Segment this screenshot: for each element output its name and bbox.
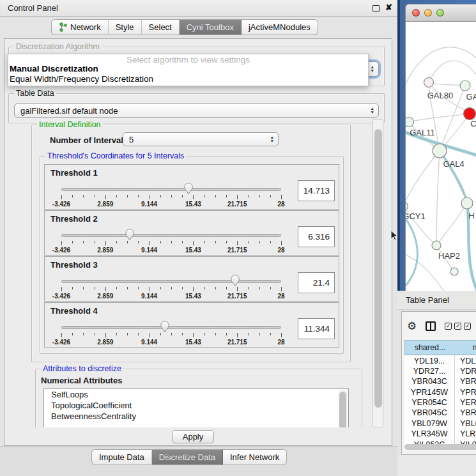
node-label: GAL11	[410, 128, 435, 137]
tick	[204, 287, 205, 289]
tick	[248, 287, 249, 289]
table-row[interactable]: YDL19...YDL1	[404, 355, 476, 365]
node-table[interactable]: shared...naYDL19...YDL1YDR27...YDR2YBR04…	[404, 340, 476, 450]
table-row[interactable]: YDR27...YDR2	[404, 365, 476, 376]
network-node-gcy1[interactable]	[406, 202, 408, 211]
tick-label: 15.43	[185, 201, 201, 208]
column-header-shared-[interactable]: shared...	[405, 341, 456, 355]
algorithm-dropdown-popup: Select algorithm to view settings Manual…	[8, 54, 369, 86]
settings-scrollbar[interactable]	[372, 119, 383, 427]
table-row[interactable]: YBL079WYBL0	[404, 418, 476, 428]
slider-track[interactable]	[61, 234, 281, 237]
tab-label: Network	[70, 22, 101, 32]
tick	[204, 195, 205, 197]
table-row[interactable]: YBR043CYBR0	[404, 376, 476, 387]
tick	[83, 333, 84, 335]
attribute-item-topologicalcoefficient[interactable]: TopologicalCoefficient	[44, 400, 348, 411]
network-node-gal4[interactable]	[433, 144, 447, 158]
tick	[259, 195, 260, 197]
tick-label: 21.715	[227, 247, 247, 254]
threshold-value-field[interactable]: 6.316	[298, 226, 335, 247]
network-node-c[interactable]	[464, 108, 476, 120]
slider-track[interactable]	[61, 280, 281, 283]
tick	[171, 195, 172, 197]
table-cell: YDL19...	[404, 355, 455, 365]
tab-discretize-data[interactable]: Discretize Data	[152, 449, 223, 465]
table-data-combobox[interactable]: galFiltered.sif default node ▲▼	[14, 104, 379, 118]
slider-handle[interactable]	[160, 320, 170, 333]
table-row[interactable]: YBR045CYBR0	[404, 408, 476, 418]
top-tab-bar: NetworkStyleSelectCyni ToolboxjActiveMNo…	[51, 19, 318, 35]
tick	[72, 241, 73, 243]
network-node-gal11[interactable]	[406, 118, 414, 127]
tick-label: 9.144	[141, 293, 157, 300]
screen: Control Panel ✘ NetworkStyleSelectCyni T…	[0, 0, 476, 476]
network-node-h[interactable]	[461, 197, 473, 209]
threshold-value-field[interactable]: 11.344	[298, 318, 335, 339]
table-row[interactable]: YLR345WYLR3	[404, 429, 476, 439]
tick	[193, 195, 194, 199]
columns-icon[interactable]	[426, 321, 436, 331]
tick-label: -3.426	[52, 247, 70, 254]
tick	[95, 287, 95, 289]
checkbox-icon[interactable]: ✓	[454, 323, 461, 330]
network-node-hap2[interactable]	[432, 241, 441, 250]
tick	[281, 195, 282, 199]
close-traffic-light[interactable]	[412, 9, 420, 17]
combo-arrows-icon: ▲▼	[270, 133, 274, 146]
tick	[237, 333, 238, 337]
table-cell: YPR1	[455, 387, 476, 397]
algorithm-option-equal-width[interactable]: Equal Width/Frequency Discretization	[10, 74, 153, 84]
tick	[116, 241, 117, 243]
network-node-ga[interactable]	[460, 81, 470, 91]
float-window-icon[interactable]	[372, 5, 380, 12]
apply-button[interactable]: Apply	[172, 430, 214, 443]
tick-label: 9.144	[141, 247, 157, 254]
network-canvas[interactable]: GAL80GACGAL11GAL4HGCY1HAP2	[406, 22, 476, 291]
tab-network[interactable]: Network	[51, 19, 109, 35]
tick	[215, 241, 216, 243]
table-panel: ⚙ ✓ ✓ ✓ shared...naYDL19...YDL1YDR27...Y…	[401, 311, 476, 455]
table-hscrollbar[interactable]	[404, 444, 476, 450]
combo-arrows-icon: ▲▼	[371, 62, 374, 76]
tab-infer-network[interactable]: Infer Network	[223, 449, 287, 465]
number-of-intervals-combobox[interactable]: 5 ▲▼	[123, 132, 279, 146]
tab-style[interactable]: Style	[109, 19, 142, 35]
slider-track[interactable]	[61, 188, 281, 191]
attribute-item-selfloops[interactable]: SelfLoops	[44, 389, 348, 400]
tab-jactivemnodules[interactable]: jActiveMNodules	[242, 19, 318, 35]
threshold-value-field[interactable]: 14.713	[298, 180, 335, 201]
tab-label: Impute Data	[99, 452, 144, 462]
list-scrollbar[interactable]	[339, 390, 347, 427]
tab-cyni-toolbox[interactable]: Cyni Toolbox	[180, 19, 242, 35]
checkbox-icon[interactable]: ✓	[464, 323, 471, 330]
zoom-traffic-light[interactable]	[436, 9, 444, 17]
network-window: GAL80GACGAL11GAL4HGCY1HAP2	[405, 4, 476, 291]
attribute-item-betweennesscentrality[interactable]: BetweennessCentrality	[44, 411, 348, 422]
network-node-gal80[interactable]	[424, 78, 434, 88]
column-header-na[interactable]: na	[456, 341, 476, 355]
tick	[150, 333, 150, 337]
algorithm-option-manual[interactable]: Manual Discretization	[10, 64, 98, 73]
network-node[interactable]	[450, 268, 458, 275]
table-row[interactable]: YPR145WYPR1	[404, 387, 476, 397]
threshold-value-field[interactable]: 21.4	[298, 272, 335, 293]
table-cell: YBL079W	[404, 418, 455, 428]
close-icon[interactable]: ✘	[385, 3, 392, 12]
tick	[127, 195, 128, 197]
slider-handle[interactable]	[183, 182, 194, 195]
tick-label: 21.715	[227, 339, 247, 346]
tick	[127, 241, 128, 243]
slider-track[interactable]	[61, 326, 281, 329]
minimize-traffic-light[interactable]	[424, 9, 432, 17]
tick	[171, 333, 172, 335]
tab-impute-data[interactable]: Impute Data	[91, 449, 152, 465]
numerical-attributes-list[interactable]: SelfLoopsTopologicalCoefficientBetweenne…	[43, 388, 349, 427]
table-row[interactable]: YER054CYER0	[404, 397, 476, 408]
slider-handle[interactable]	[125, 228, 135, 241]
gear-icon[interactable]: ⚙	[407, 319, 417, 333]
tab-select[interactable]: Select	[142, 19, 180, 35]
checkbox-icon[interactable]: ✓	[445, 323, 452, 330]
slider-handle[interactable]	[230, 274, 240, 287]
cyni-toolbox-panel: Discretization Algorithm ▲▼ Table Data g…	[4, 38, 392, 446]
